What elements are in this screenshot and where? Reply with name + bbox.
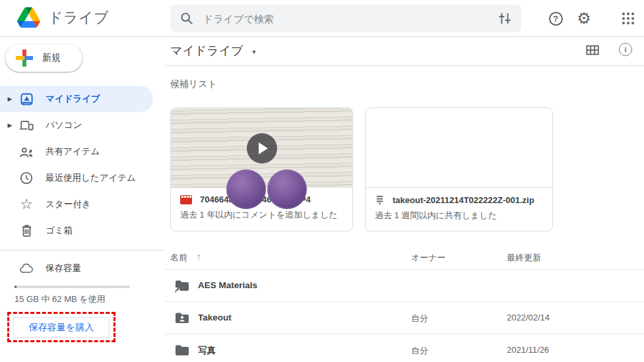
file-name: AES Materials: [198, 280, 257, 290]
top-app-bar: ドライブ ? ⚙: [0, 0, 644, 37]
card-filename: takeout-20211214T022222Z-001.zip: [393, 195, 534, 205]
folder-shortcut-icon: [174, 278, 190, 293]
sidebar-item-storage[interactable]: 保存容量: [0, 257, 165, 280]
multicolor-plus-icon: [16, 49, 33, 67]
gear-icon[interactable]: ⚙: [573, 8, 595, 29]
card-note: 過去 1 週間以内に共有しました: [375, 210, 543, 222]
file-modified: 2021/11/26: [507, 345, 549, 355]
sidebar: 新規 ▶ マイドライブ ▶: [0, 37, 165, 362]
expand-caret-icon[interactable]: ▶: [6, 96, 14, 102]
file-list: 名前 ↑ オーナー 最終更新 AES Materials: [165, 249, 644, 362]
storage-label: 保存容量: [46, 262, 81, 274]
video-file-icon: [180, 195, 192, 204]
card-note: 過去 1 年以内にコメントを追加しました: [180, 209, 343, 221]
info-icon[interactable]: i: [619, 43, 632, 56]
buy-storage-button[interactable]: 保存容量を購入: [13, 317, 110, 338]
play-button[interactable]: [247, 133, 277, 164]
suggested-card-video[interactable]: 7046648335094460412.MP4 過去 1 年以内にコメントを追加…: [170, 107, 353, 231]
sidebar-item-label: マイドライブ: [46, 93, 100, 105]
column-header-name[interactable]: 名前: [170, 252, 187, 264]
location-dropdown[interactable]: マイドライブ ▼: [170, 43, 257, 59]
sidebar-nav: ▶ マイドライブ ▶: [0, 86, 165, 244]
drive-logo-icon: [17, 7, 40, 28]
folder-icon: [174, 343, 190, 357]
location-title: マイドライブ: [170, 43, 243, 59]
new-button[interactable]: 新規: [5, 44, 82, 72]
sidebar-item-label: 共有アイテム: [46, 146, 100, 158]
zip-thumbnail-blank[interactable]: [366, 108, 552, 188]
card-meta: takeout-20211214T022222Z-001.zip 過去 1 週間…: [366, 188, 552, 222]
app-title: ドライブ: [48, 8, 109, 28]
sidebar-item-label: パソコン: [46, 119, 82, 131]
sidebar-item-recent[interactable]: 最近使用したアイテム: [0, 165, 165, 191]
file-owner: 自分: [411, 313, 428, 324]
sidebar-item-starred[interactable]: ☆ スター付き: [0, 191, 165, 218]
search-bar[interactable]: [170, 5, 521, 32]
shared-folder-icon: [174, 311, 190, 325]
grid-view-toggle-icon[interactable]: [585, 43, 600, 60]
computers-icon: [19, 118, 34, 133]
tune-icon[interactable]: [498, 11, 512, 26]
storage-progress-bar: [15, 286, 130, 288]
sidebar-item-shared[interactable]: 共有アイテム: [0, 138, 165, 165]
sidebar-item-trash[interactable]: ゴミ箱: [0, 218, 165, 244]
view-header: マイドライブ ▼ i: [165, 37, 644, 66]
search-input[interactable]: [203, 13, 498, 24]
apps-grid-icon[interactable]: [618, 8, 639, 29]
column-header-owner[interactable]: オーナー: [411, 252, 446, 264]
trash-icon: [19, 224, 34, 238]
sidebar-item-my-drive[interactable]: ▶ マイドライブ: [0, 86, 153, 112]
main-content: マイドライブ ▼ i 候補リスト: [165, 37, 644, 362]
my-drive-icon: [19, 92, 34, 106]
file-owner: 自分: [411, 345, 428, 357]
suggested-card-zip[interactable]: takeout-20211214T022222Z-001.zip 過去 1 週間…: [365, 107, 553, 231]
file-row-photos[interactable]: 写真 自分 2021/11/26: [165, 334, 644, 362]
list-header-row: 名前 ↑ オーナー 最終更新: [165, 249, 644, 269]
file-name: Takeout: [198, 313, 232, 322]
thumbnail-crochet-ball: [226, 169, 266, 209]
file-modified: 2022/02/14: [507, 313, 550, 322]
sidebar-item-label: スター付き: [46, 198, 90, 210]
thumbnail-crochet-ball: [267, 169, 307, 209]
zip-file-icon: [375, 195, 385, 205]
cloud-icon: [19, 262, 34, 274]
drive-logo[interactable]: ドライブ: [17, 7, 109, 28]
sort-ascending-icon[interactable]: ↑: [197, 251, 201, 261]
sidebar-item-label: 最近使用したアイテム: [46, 172, 136, 184]
file-name: 写真: [198, 345, 216, 357]
chevron-down-icon: ▼: [251, 47, 257, 55]
file-row-aes-materials[interactable]: AES Materials: [165, 269, 644, 301]
search-icon: [179, 11, 194, 26]
file-row-takeout[interactable]: Takeout 自分 2022/02/14: [165, 301, 644, 334]
expand-caret-icon[interactable]: ▶: [6, 122, 14, 129]
shared-people-icon: [19, 144, 34, 159]
clock-icon: [19, 171, 34, 185]
sidebar-item-label: ゴミ箱: [46, 225, 73, 237]
question-mark: ?: [549, 12, 563, 26]
sidebar-item-computers[interactable]: ▶ パソコン: [0, 112, 165, 138]
apps-grid-dots: [622, 13, 634, 24]
sidebar-divider: [0, 250, 165, 251]
star-icon: ☆: [19, 197, 34, 212]
suggested-list-heading: 候補リスト: [170, 78, 217, 90]
google-drive-window: ドライブ ? ⚙: [0, 0, 644, 362]
play-triangle-icon: [259, 142, 268, 154]
info-i-glyph: i: [619, 43, 632, 56]
new-button-label: 新規: [42, 52, 61, 64]
video-thumbnail[interactable]: [171, 108, 352, 188]
help-icon[interactable]: ?: [545, 8, 566, 29]
storage-progress-fill: [15, 286, 16, 288]
storage-usage-text: 15 GB 中 62 MB を使用: [15, 293, 106, 305]
column-header-modified[interactable]: 最終更新: [507, 252, 541, 264]
